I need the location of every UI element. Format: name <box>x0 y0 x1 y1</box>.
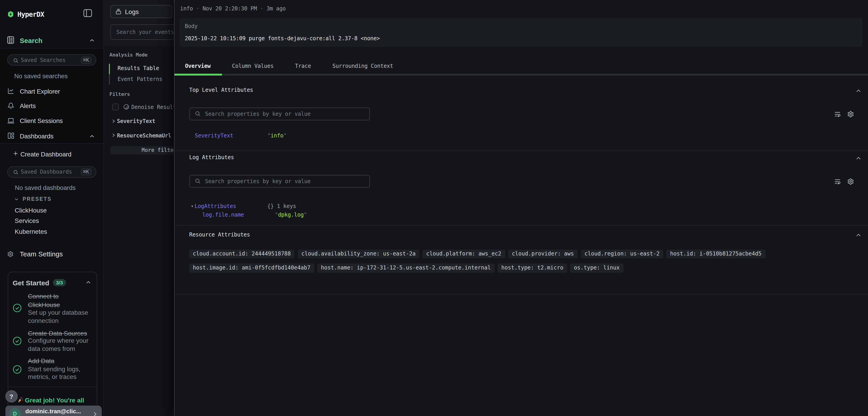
sidebar-divider-dashboards <box>0 143 103 144</box>
results-table-active-bar <box>109 63 110 74</box>
log-attributes-collapse-chevron-icon[interactable] <box>855 155 862 161</box>
sidebar-item-chart-explorer[interactable]: Chart Explorer <box>20 88 60 95</box>
presets-section-label[interactable]: PRESETS <box>23 196 52 202</box>
wrap-lines-icon[interactable] <box>834 178 841 185</box>
dashboards-chevron-up-icon[interactable] <box>89 133 95 139</box>
chart-explorer-icon <box>7 87 14 94</box>
resource-pill[interactable]: host.type: t2.micro <box>498 264 567 272</box>
denoise-icon <box>123 104 129 110</box>
sidebar-item-dashboards[interactable]: Dashboards <box>20 132 54 140</box>
saved-searches-placeholder: Saved Searches <box>21 57 66 63</box>
user-chevron-right-icon <box>92 411 98 416</box>
saved-searches-input[interactable]: Saved Searches ⌘K <box>7 54 96 65</box>
search-icon <box>195 178 200 184</box>
mode-results-table[interactable]: Results Table <box>118 65 159 71</box>
search-section-chevron-up-icon[interactable] <box>89 37 95 43</box>
resource-pill[interactable]: host.name: ip-172-31-12-5.us-east-2.comp… <box>317 264 494 272</box>
user-name: dominic.tran@clic... <box>25 408 81 415</box>
filter-group-severitytext[interactable]: SeverityText <box>117 118 155 124</box>
top-level-collapse-chevron-icon[interactable] <box>855 88 862 94</box>
attribute-key[interactable]: SeverityText <box>195 132 233 139</box>
party-popper-icon <box>17 396 24 403</box>
sidebar-item-clickhouse[interactable]: ClickHouse <box>15 206 47 214</box>
section-divider <box>174 150 868 150</box>
top-level-attributes-title: Top Level Attributes <box>189 87 253 94</box>
event-patterns-bar <box>109 74 110 85</box>
tab-surrounding-context[interactable]: Surrounding Context <box>322 58 404 74</box>
resource-attributes-collapse-chevron-icon[interactable] <box>855 232 862 238</box>
resource-pill[interactable]: cloud.region: us-east-2 <box>581 249 663 258</box>
sidebar-item-alerts[interactable]: Alerts <box>20 102 36 110</box>
sidebar-item-team-settings[interactable]: Team Settings <box>20 250 63 258</box>
sidebar-item-kubernetes[interactable]: Kubernetes <box>15 228 47 235</box>
event-timestamp: Nov 20 2:20:30 PM <box>203 5 257 12</box>
event-meta-line: info · Nov 20 2:20:30 PM · 3m ago <box>180 5 286 12</box>
source-select-label: Logs <box>125 8 139 15</box>
mode-event-patterns[interactable]: Event Patterns <box>118 76 162 82</box>
resource-pill[interactable]: cloud.provider: aws <box>508 249 578 258</box>
resource-pill[interactable]: host.image.id: ami-0f5fcdfbd140e4ab7 <box>189 264 314 272</box>
get-started-item-title[interactable]: Add Data <box>28 357 91 365</box>
tree-root-key[interactable]: LogAttributes <box>195 203 236 210</box>
resource-pill[interactable]: os.type: linux <box>570 264 623 272</box>
resource-pill[interactable]: cloud.availability_zone: us-east-2a <box>298 249 419 258</box>
sidebar: HyperDX Search Saved Searches ⌘K No save… <box>0 0 104 416</box>
event-severity: info <box>180 5 193 12</box>
saved-dashboards-input[interactable]: Saved Dashboards ⌘K <box>7 167 96 177</box>
tab-column-values[interactable]: Column Values <box>221 58 284 74</box>
resource-pill[interactable]: host.id: i-0510b81275acbe4d5 <box>666 249 765 258</box>
denoise-label[interactable]: Denoise Results <box>131 104 179 110</box>
sidebar-item-services[interactable]: Services <box>15 217 39 224</box>
gear-icon[interactable] <box>847 178 854 185</box>
get-started-item-title[interactable]: Connect to ClickHouse <box>28 292 91 309</box>
tab-overview[interactable]: Overview <box>174 58 221 74</box>
sidebar-collapse-button[interactable] <box>83 9 92 17</box>
denoise-checkbox[interactable] <box>112 103 119 110</box>
attribute-value[interactable]: "dpkg.log" <box>275 212 307 218</box>
get-started-item-title[interactable]: Create Data Sources <box>28 329 94 337</box>
gear-icon[interactable] <box>847 111 854 118</box>
check-circle-icon <box>13 303 22 312</box>
client-sessions-laptop-icon <box>7 117 14 124</box>
get-started-card: Get Started 3/3 Connect to ClickHouse Se… <box>8 272 97 413</box>
analysis-mode-label: Analysis Mode <box>110 52 147 58</box>
top-level-search-input[interactable]: Search properties by key or value <box>189 108 370 120</box>
tab-trace[interactable]: Trace <box>284 58 322 74</box>
create-dashboard-button[interactable]: Create Dashboard <box>20 150 71 157</box>
log-attributes-title: Log Attributes <box>189 154 234 161</box>
source-select-button[interactable]: Logs <box>110 5 172 18</box>
tree-caret-down-icon[interactable]: ▾ <box>191 204 193 208</box>
sidebar-item-client-sessions[interactable]: Client Sessions <box>20 117 63 124</box>
wrap-lines-icon[interactable] <box>834 111 841 118</box>
section-divider <box>174 294 868 295</box>
active-tab-underline <box>174 74 222 76</box>
log-attributes-search-input[interactable]: Search properties by key or value <box>189 175 370 187</box>
get-started-progress-badge: 3/3 <box>53 279 66 286</box>
resource-attributes-pills: cloud.account.id: 244449518788 cloud.ava… <box>189 249 862 272</box>
sidebar-item-search[interactable]: Search <box>20 36 42 44</box>
hyperdx-app: HyperDX Search Saved Searches ⌘K No save… <box>0 0 868 416</box>
log-attributes-search-placeholder: Search properties by key or value <box>205 178 311 184</box>
filters-label: Filters <box>110 91 130 97</box>
get-started-chevron-up-icon[interactable] <box>86 279 91 285</box>
get-started-title: Get Started <box>13 279 49 287</box>
resource-pill[interactable]: cloud.platform: aws_ec2 <box>423 249 505 258</box>
body-label: Body <box>185 23 197 29</box>
resource-attributes-title: Resource Attributes <box>189 231 250 238</box>
user-card[interactable]: D dominic.tran@clic... dominic.tran@clic… <box>5 406 101 416</box>
body-log-line: 2025-10-22 10:15:09 purge fonts-dejavu-c… <box>185 35 380 41</box>
severitytext-chevron-right-icon <box>111 119 116 123</box>
get-started-footer-divider <box>8 387 97 387</box>
presets-chevron-down-icon[interactable] <box>14 197 19 202</box>
filter-group-resourceschemaurl[interactable]: ResourceSchemaUrl <box>117 132 171 139</box>
sidebar-divider-top <box>0 48 103 49</box>
logs-source-icon <box>115 8 121 15</box>
drawer-tabs: Overview Column Values Trace Surrounding… <box>174 58 868 74</box>
no-saved-dashboards-text: No saved dashboards <box>15 184 76 191</box>
attribute-key[interactable]: log.file.name <box>202 212 244 218</box>
event-relative-time: 3m ago <box>267 5 286 12</box>
resource-pill[interactable]: cloud.account.id: 244449518788 <box>189 249 294 258</box>
help-label: ? <box>9 393 13 400</box>
attribute-value[interactable]: "info" <box>268 132 287 139</box>
help-button[interactable]: ? <box>5 390 18 403</box>
